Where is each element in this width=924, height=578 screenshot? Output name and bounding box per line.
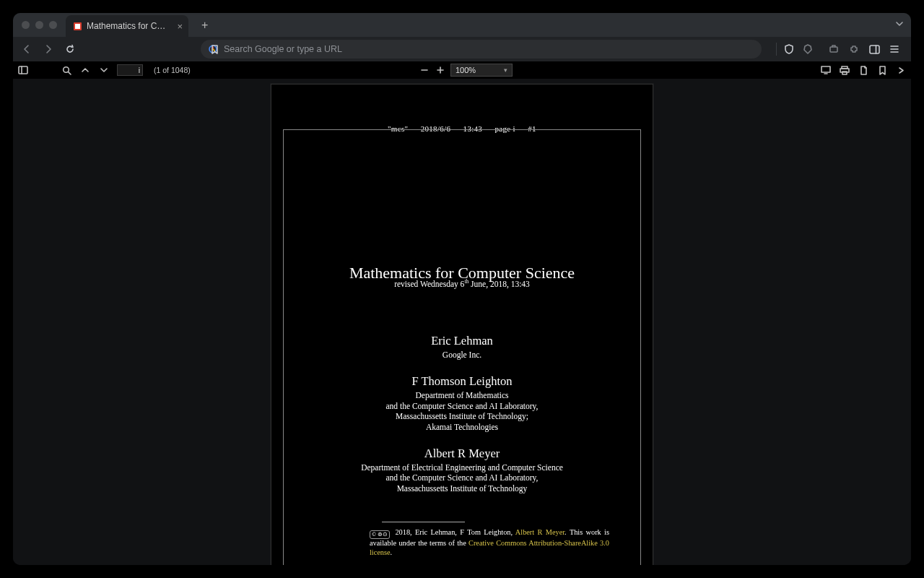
sidepanel-icon[interactable]: [868, 43, 881, 56]
reload-button[interactable]: [64, 43, 77, 56]
toolbar-right: [827, 43, 904, 56]
window-controls: [19, 21, 57, 29]
author-affil: Department of Mathematics and the Comput…: [271, 390, 653, 432]
minimize-window-icon[interactable]: [35, 21, 43, 29]
omnibox[interactable]: Search Google or type a URL: [201, 40, 762, 59]
pdf-icon: [73, 22, 82, 31]
svg-rect-9: [19, 66, 27, 74]
author-name: Eric Lehman: [271, 334, 653, 348]
shield-icon[interactable]: [783, 43, 796, 56]
zoom-select[interactable]: 100%: [450, 64, 513, 77]
zoom-in-icon[interactable]: [435, 64, 446, 76]
find-icon[interactable]: [61, 64, 72, 76]
address-bar-row: Search Google or type a URL: [13, 37, 911, 61]
titlebar: Mathematics for Computer Sci × +: [13, 13, 911, 37]
bookmark-icon[interactable]: [208, 43, 221, 56]
author-link[interactable]: Albert R Meyer: [515, 528, 565, 536]
author-affil: Department of Electrical Engineering and…: [271, 462, 653, 493]
close-window-icon[interactable]: [22, 21, 30, 29]
new-tab-button[interactable]: +: [197, 19, 212, 32]
page-total: (1 of 1048): [154, 66, 191, 74]
svg-rect-16: [821, 66, 830, 72]
site-status-icons: [776, 43, 819, 56]
close-tab-icon[interactable]: ×: [177, 21, 183, 32]
svg-rect-3: [830, 47, 837, 52]
menu-icon[interactable]: [888, 43, 901, 56]
footnote-rule: [382, 522, 465, 522]
svg-rect-20: [842, 72, 847, 74]
browser-window: Mathematics for Computer Sci × + Search …: [13, 13, 911, 565]
browser-tab[interactable]: Mathematics for Computer Sci ×: [66, 15, 188, 37]
rewards-icon[interactable]: [827, 43, 840, 56]
omnibox-placeholder: Search Google or type a URL: [224, 44, 342, 54]
pdf-toolbar: (1 of 1048) 100%: [13, 61, 911, 79]
download-icon[interactable]: [858, 64, 869, 76]
next-page-icon[interactable]: [98, 64, 110, 76]
pdf-viewport[interactable]: "mcs" — 2018/6/6 — 13:43 — page i — #1 M…: [13, 79, 911, 565]
pdf-page: "mcs" — 2018/6/6 — 13:43 — page i — #1 M…: [271, 84, 653, 565]
tab-title: Mathematics for Computer Sci: [87, 21, 170, 31]
copyright-footer: © ⊚⊙ 2018, Eric Lehman, F Tom Leighton, …: [370, 528, 609, 558]
author-affil: Google Inc.: [271, 350, 653, 360]
page-number-input[interactable]: [117, 64, 143, 76]
divider: [776, 43, 777, 56]
sidebar-toggle-icon[interactable]: [17, 64, 29, 76]
presentation-icon[interactable]: [820, 64, 832, 76]
svg-rect-1: [75, 24, 80, 29]
back-button[interactable]: [20, 43, 33, 56]
authors-block: Eric Lehman Google Inc. F Thomson Leight…: [271, 334, 653, 493]
zoom-out-icon[interactable]: [419, 64, 430, 76]
forward-button[interactable]: [42, 43, 55, 56]
tools-icon[interactable]: [895, 64, 907, 76]
author-name: F Thomson Leighton: [271, 374, 653, 389]
cc-badge-icon: © ⊚⊙: [370, 530, 390, 539]
print-icon[interactable]: [839, 64, 850, 76]
tabs-overflow-icon[interactable]: [895, 20, 904, 30]
extensions-icon[interactable]: [847, 43, 860, 56]
author-name: Albert R Meyer: [271, 447, 653, 461]
prev-page-icon[interactable]: [79, 64, 91, 76]
doc-subtitle: revised Wednesday 6th June, 2018, 13:43: [271, 278, 653, 288]
svg-rect-4: [870, 46, 879, 53]
bookmark-view-icon[interactable]: [876, 64, 888, 76]
brave-icon[interactable]: [801, 43, 814, 56]
svg-line-12: [68, 72, 70, 74]
maximize-window-icon[interactable]: [49, 21, 57, 29]
